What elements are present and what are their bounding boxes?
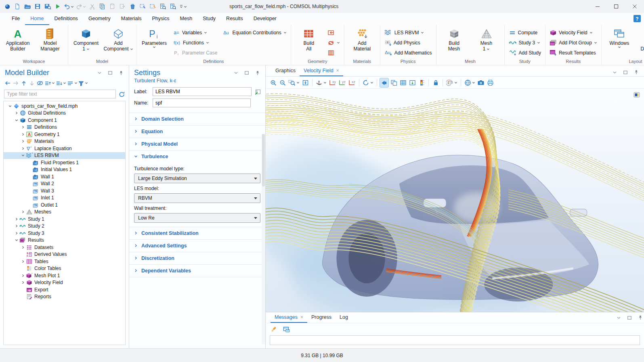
undo-button[interactable] [63, 1, 75, 12]
panel-pin-button[interactable] [117, 69, 125, 77]
model-add-component-button[interactable]: Add Component [102, 26, 134, 53]
view-xz-button[interactable]: xz [347, 78, 357, 88]
clear-messages-button[interactable] [270, 324, 279, 334]
tree-expander[interactable] [21, 140, 25, 143]
tree-item-definitions[interactable]: Definitions [4, 124, 125, 131]
open-button[interactable] [23, 1, 32, 12]
tree-item-mesh-plot-1[interactable]: * Mesh Plot 1 [4, 272, 125, 279]
tree-expander[interactable] [14, 111, 19, 115]
move-down-button[interactable] [28, 79, 36, 87]
color-palette-button[interactable] [445, 78, 458, 88]
settings-section-dependent-variables[interactable]: Dependent Variables [129, 264, 265, 277]
workspace-application-builder-button[interactable]: A Application Builder [2, 26, 34, 53]
settings-scrollbar[interactable] [262, 134, 265, 344]
refresh-filter-button[interactable] [118, 90, 126, 98]
tree-expander[interactable] [14, 119, 19, 122]
panel-pin-button[interactable] [633, 68, 640, 76]
tree-item-geometry-1[interactable]: A Geometry 1 [4, 131, 125, 138]
settings-section-equation[interactable]: Equation [129, 125, 265, 138]
settings-section-discretization[interactable]: Discretization [129, 252, 265, 264]
settings-section-domain-selection[interactable]: Domain Selection [129, 113, 265, 125]
plot-window-button[interactable] [408, 78, 417, 88]
layout-windows-button[interactable]: Windows [603, 26, 636, 49]
tree-item-global-definitions[interactable]: Global Definitions [4, 110, 125, 117]
tree-item-initial-values-1[interactable]: D Initial Values 1 [4, 166, 125, 174]
geometry-build-all-button[interactable]: Build All [293, 26, 325, 53]
panel-pin-button[interactable] [254, 69, 261, 77]
tree-expander[interactable] [21, 126, 25, 129]
redo-button[interactable] [75, 1, 87, 12]
tree-item-materials[interactable]: Materials [4, 138, 125, 145]
run-button[interactable] [53, 1, 63, 12]
environment-button[interactable] [464, 78, 476, 88]
tree-item-results[interactable]: Results [4, 237, 125, 244]
tree-expander[interactable] [21, 246, 25, 249]
zoom-extents-button[interactable] [301, 78, 310, 88]
panel-chevron-button[interactable] [611, 68, 618, 76]
geometry-geo-virtual-button[interactable] [325, 48, 342, 58]
tree-filter-input[interactable] [4, 90, 116, 98]
mesh-mesh-1-button[interactable]: Mesh 1 [470, 26, 503, 53]
menu-mesh[interactable]: Mesh [175, 13, 198, 25]
select-box-button[interactable] [138, 1, 147, 12]
turbulence-model-type-select[interactable]: Large Eddy Simulation [134, 174, 260, 183]
tree-item-component-1[interactable]: Component 1 [4, 117, 125, 124]
les-model-select[interactable]: RBVM [134, 193, 260, 203]
save-button[interactable] [33, 1, 42, 12]
menu-materials[interactable]: Materials [116, 13, 147, 25]
menu-developer[interactable]: Developer [248, 13, 282, 25]
results-result-templates-button[interactable]: Result Templates [547, 48, 600, 58]
physics-les-rbvm-button[interactable]: LES RBVM [382, 27, 434, 38]
minimize-button[interactable] [588, 0, 607, 13]
settings-section-consistent-stabilization[interactable]: Consistent Stabilization [129, 227, 265, 239]
tree-item-datasets[interactable]: Datasets [4, 244, 125, 251]
clear-selection-button[interactable] [148, 1, 157, 12]
menu-study[interactable]: Study [197, 13, 221, 25]
workspace-model-manager-button[interactable]: Model Manager [34, 26, 66, 53]
menu-results[interactable]: Results [221, 13, 248, 25]
message-window-button[interactable] [282, 324, 291, 334]
tree-item-study-1[interactable]: Study 1 [4, 216, 125, 223]
tree-expander[interactable] [21, 210, 25, 213]
graphics-tab-graphics[interactable]: Graphics [271, 65, 300, 76]
panel-float-button[interactable] [243, 69, 250, 77]
tree-item-wall-2[interactable]: Wall 2 [4, 180, 125, 188]
results-velocity-field-button[interactable]: Velocity Field [547, 27, 600, 38]
find-button[interactable] [158, 1, 168, 12]
tree-expander[interactable] [14, 232, 19, 235]
messages-tab-progress[interactable]: Progress [307, 312, 336, 323]
materials-add-material-button[interactable]: Add Material [346, 26, 378, 53]
expand-all-button[interactable] [44, 79, 55, 87]
view-yz-button[interactable]: yz [338, 78, 347, 88]
physics-add-mathematics-button[interactable]: ΔuAdd Mathematics [382, 48, 434, 58]
scene-light-button[interactable] [380, 78, 389, 88]
definitions-variables-button[interactable]: a=Variables [170, 27, 220, 38]
graphics-viewport[interactable] [266, 89, 644, 312]
paste-button[interactable] [107, 1, 117, 12]
tree-item-laplace-equation[interactable]: ∇* Laplace Equation [4, 145, 125, 152]
snapshot-button[interactable] [476, 78, 485, 88]
delete-button[interactable] [128, 1, 137, 12]
duplicate-button[interactable] [117, 1, 127, 12]
customize-toolbar-button[interactable] [178, 1, 188, 12]
graphics-tab-velocity-field[interactable]: Velocity Field× [300, 65, 343, 76]
label-indicator-button[interactable] [254, 88, 261, 96]
menu-definitions[interactable]: Definitions [49, 13, 83, 25]
panel-chevron-button[interactable] [232, 69, 239, 77]
zoom-in-button[interactable] [269, 78, 278, 88]
definitions-equation-contributions-button[interactable]: ΔuEquation Contributions [220, 27, 289, 38]
tree-item-sports-car-flow-field-mph[interactable]: sports_car_flow_field.mph [4, 103, 125, 110]
show-toggle-button[interactable] [36, 79, 44, 87]
nav-forward-button[interactable] [12, 79, 19, 87]
node-text-button[interactable] [67, 79, 78, 87]
tree-expander[interactable] [21, 281, 25, 284]
nav-back-button[interactable] [4, 79, 11, 87]
tree-expander[interactable] [21, 274, 25, 277]
default-view-button[interactable] [315, 78, 327, 88]
tree-expander[interactable] [14, 218, 19, 221]
copy-button[interactable] [97, 1, 107, 12]
messages-tab-messages[interactable]: Messages× [271, 312, 307, 323]
settings-section-turbulence[interactable]: Turbulence [129, 150, 265, 163]
panel-chevron-button[interactable] [615, 314, 622, 322]
menu-physics[interactable]: Physics [147, 13, 174, 25]
